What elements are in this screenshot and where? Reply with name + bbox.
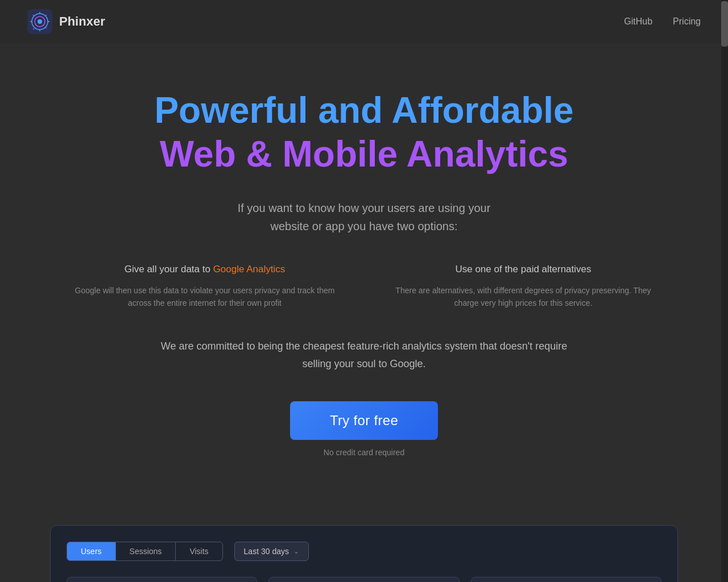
hero-subtitle-line1: If you want to know how your users are u… <box>238 202 491 214</box>
svg-point-3 <box>38 19 42 24</box>
dashboard-controls: Users Sessions Visits Last 30 days ⌄ <box>67 542 661 561</box>
hero-section: Powerful and Affordable Web & Mobile Ana… <box>0 43 728 502</box>
stat-card-visits: Visits 189.7k <box>471 577 661 582</box>
navbar-links: GitHub Pricing <box>624 16 701 27</box>
hero-title: Powerful and Affordable Web & Mobile Ana… <box>23 89 705 176</box>
commitment-text: We are committed to being the cheapest f… <box>148 338 580 372</box>
option-google-heading-link[interactable]: Google Analytics <box>213 264 286 275</box>
date-filter[interactable]: Last 30 days ⌄ <box>234 542 309 561</box>
stats-row: Users 19k Sessions 187.2k Visits 189.7k <box>67 577 661 582</box>
stat-card-sessions: Sessions 187.2k <box>268 577 459 582</box>
option-google-desc: Google will then use this data to violat… <box>68 284 341 310</box>
hero-subtitle: If you want to know how your users are u… <box>23 199 705 235</box>
options-row: Give all your data to Google Analytics G… <box>23 264 705 310</box>
option-google-heading: Give all your data to Google Analytics <box>68 264 341 275</box>
brand-name: Phinxer <box>59 14 105 29</box>
hero-title-line1: Powerful and Affordable <box>154 90 573 131</box>
date-filter-label: Last 30 days <box>244 547 289 556</box>
option-col-google: Give all your data to Google Analytics G… <box>68 264 341 310</box>
tab-group: Users Sessions Visits <box>67 542 223 561</box>
option-paid-heading: Use one of the paid alternatives <box>387 264 660 275</box>
brand-container: Phinxer <box>27 9 105 34</box>
option-col-paid: Use one of the paid alternatives There a… <box>387 264 660 310</box>
option-paid-desc: There are alternatives, with different d… <box>387 284 660 310</box>
hero-subtitle-line2: website or app you have two options: <box>270 220 457 232</box>
scrollbar-thumb[interactable] <box>721 1 728 47</box>
option-google-heading-plain: Give all your data to <box>125 264 213 275</box>
hero-title-line2: Web & Mobile Analytics <box>160 134 568 174</box>
chevron-down-icon: ⌄ <box>293 547 299 555</box>
navbar: Phinxer GitHub Pricing <box>0 0 728 43</box>
tab-sessions[interactable]: Sessions <box>116 542 176 560</box>
try-for-free-button[interactable]: Try for free <box>290 401 438 440</box>
tab-users[interactable]: Users <box>67 542 116 560</box>
stat-card-users: Users 19k <box>67 577 257 582</box>
no-credit-card-text: No credit card required <box>324 448 404 457</box>
dashboard-preview: Users Sessions Visits Last 30 days ⌄ Use… <box>50 525 678 582</box>
tab-visits[interactable]: Visits <box>176 542 222 560</box>
nav-github[interactable]: GitHub <box>624 16 652 27</box>
nav-pricing[interactable]: Pricing <box>673 16 701 27</box>
scrollbar-track[interactable] <box>721 0 728 582</box>
logo-icon <box>27 9 52 34</box>
cta-section: Try for free No credit card required <box>23 401 705 457</box>
